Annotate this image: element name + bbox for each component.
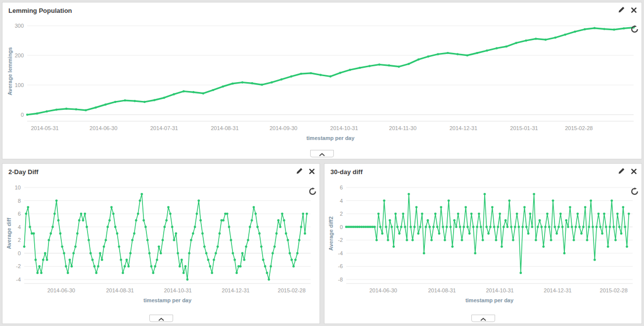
data-point	[190, 239, 192, 241]
data-point	[427, 55, 429, 57]
data-point	[594, 259, 596, 261]
refresh-button[interactable]	[631, 187, 639, 197]
data-point	[375, 239, 378, 241]
close-button[interactable]	[631, 167, 637, 176]
data-point	[427, 219, 429, 222]
x-tick-label: 2014-11-30	[389, 125, 416, 131]
x-tick-label: 2015-01-31	[510, 125, 538, 131]
data-point	[359, 67, 361, 69]
data-point	[575, 226, 577, 228]
data-point	[486, 49, 488, 51]
data-point	[544, 226, 547, 228]
data-point	[44, 252, 46, 255]
data-point	[417, 58, 419, 60]
chart-wrap: -8-6-4-202462014-06-302014-08-312014-10-…	[326, 177, 640, 310]
data-point	[46, 110, 47, 112]
data-point	[243, 259, 245, 261]
data-point	[212, 89, 214, 91]
data-point	[434, 213, 437, 215]
data-point	[35, 259, 37, 261]
data-point	[99, 252, 101, 255]
close-button[interactable]	[309, 167, 315, 176]
data-point	[592, 226, 594, 228]
x-tick-label: 2014-05-31	[31, 125, 58, 131]
data-point	[329, 75, 331, 77]
data-point	[290, 75, 292, 77]
panel-30-day-diff: 30-day diff -8-6-4-202462014-06-302014-0…	[324, 163, 642, 324]
data-point	[256, 226, 259, 228]
population-chart[interactable]: 01002003002014-05-312014-06-302014-07-31…	[4, 15, 639, 145]
x-tick-label: 2014-12-31	[544, 287, 571, 293]
data-point	[576, 213, 579, 215]
data-point	[298, 239, 301, 241]
edit-button[interactable]	[618, 6, 625, 15]
pencil-icon	[618, 167, 625, 176]
data-point	[461, 239, 463, 241]
data-point	[241, 252, 244, 255]
data-point	[472, 226, 475, 228]
data-point	[561, 226, 564, 228]
edit-button[interactable]	[618, 167, 625, 176]
data-point	[387, 239, 389, 241]
data-point	[586, 239, 589, 241]
data-point	[423, 252, 425, 255]
two-day-diff-chart[interactable]: -4-202468102014-06-302014-08-312014-10-3…	[4, 177, 318, 308]
data-point	[167, 206, 170, 208]
data-point	[249, 226, 251, 228]
data-point	[614, 239, 617, 241]
data-point	[437, 53, 439, 55]
refresh-button[interactable]	[309, 187, 317, 197]
panel-title: 2-Day Diff	[8, 168, 39, 176]
data-point	[588, 226, 590, 228]
data-point	[196, 213, 198, 215]
collapse-row-button[interactable]	[310, 150, 334, 157]
close-button[interactable]	[631, 6, 637, 15]
data-point	[270, 265, 272, 268]
data-point	[408, 193, 410, 195]
chart-wrap: 01002003002014-05-312014-06-302014-07-31…	[4, 15, 640, 147]
data-point	[482, 239, 484, 241]
data-point	[548, 226, 551, 228]
data-point	[571, 226, 573, 228]
data-point	[264, 265, 267, 268]
data-point	[618, 226, 621, 228]
data-point	[118, 245, 120, 248]
edit-button[interactable]	[296, 167, 303, 176]
data-point	[404, 226, 407, 228]
data-point	[565, 219, 567, 222]
data-point	[146, 239, 149, 241]
x-tick-label: 2015-02-28	[565, 125, 593, 131]
thirty-day-diff-chart[interactable]: -8-6-4-202462014-06-302014-08-312014-10-…	[326, 177, 640, 308]
y-tick-label: 6	[18, 211, 21, 217]
data-point	[287, 239, 289, 241]
data-point	[438, 233, 441, 235]
y-axis-label: Average diff	[6, 218, 12, 249]
data-point	[27, 206, 29, 208]
data-point	[124, 99, 126, 101]
data-point	[184, 265, 187, 268]
data-point	[245, 245, 247, 248]
data-point	[201, 233, 204, 235]
data-point	[402, 213, 405, 215]
data-point	[197, 199, 200, 202]
chevron-up-icon	[480, 314, 486, 323]
data-point	[545, 39, 547, 41]
data-point	[599, 226, 601, 228]
data-point	[462, 226, 465, 228]
x-axis-label: timestamp per day	[306, 135, 355, 141]
data-point	[150, 265, 153, 268]
data-point	[268, 279, 270, 281]
y-tick-label: 0	[340, 224, 343, 230]
data-point	[378, 63, 380, 65]
data-point	[260, 245, 263, 248]
data-point	[444, 239, 446, 241]
refresh-button[interactable]	[631, 25, 639, 35]
data-point	[480, 226, 482, 228]
data-point	[80, 213, 83, 215]
collapse-row-button[interactable]	[149, 315, 173, 322]
y-tick-label: 100	[15, 82, 24, 88]
collapse-row-button[interactable]	[471, 315, 495, 322]
data-point	[40, 272, 43, 274]
data-point	[450, 226, 452, 228]
data-point	[419, 226, 421, 228]
